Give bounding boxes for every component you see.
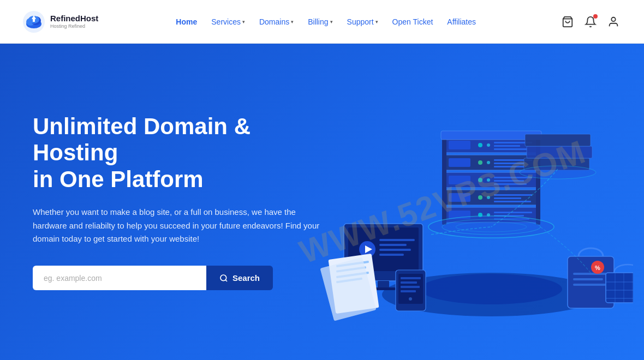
hero-description: Whether you want to make a blog site, or… — [33, 206, 322, 246]
server-svg: % — [306, 60, 633, 355]
svg-rect-90 — [573, 284, 606, 286]
nav-home[interactable]: Home — [170, 14, 202, 29]
main-nav: Home Services ▾ Domains ▾ Billing ▾ Supp… — [170, 14, 481, 29]
nav-billing[interactable]: Billing ▾ — [302, 14, 338, 29]
svg-rect-30 — [449, 176, 470, 184]
nav-affiliates[interactable]: Affiliates — [442, 14, 481, 29]
cart-icon — [562, 16, 574, 28]
search-icon — [219, 274, 228, 283]
svg-rect-64 — [525, 134, 591, 146]
nav-support[interactable]: Support ▾ — [342, 14, 384, 29]
svg-point-7 — [611, 17, 615, 21]
services-chevron-icon: ▾ — [242, 19, 245, 25]
nav-domains[interactable]: Domains ▾ — [254, 14, 299, 29]
svg-rect-26 — [494, 197, 521, 199]
svg-rect-105 — [401, 277, 421, 279]
svg-rect-89 — [573, 278, 603, 280]
svg-rect-17 — [494, 212, 532, 213]
logo-text: RefinedHost Hosting Refined — [50, 14, 98, 29]
svg-point-48 — [487, 143, 490, 147]
svg-point-8 — [220, 275, 226, 281]
svg-point-11 — [420, 274, 562, 304]
user-icon — [607, 16, 619, 28]
svg-rect-22 — [449, 193, 470, 202]
svg-rect-33 — [494, 177, 532, 178]
svg-rect-88 — [573, 273, 609, 275]
search-button[interactable]: Search — [206, 266, 273, 290]
svg-rect-73 — [379, 239, 415, 241]
hero-illustration: % — [306, 60, 633, 355]
svg-rect-42 — [494, 163, 526, 164]
svg-rect-25 — [494, 194, 532, 196]
svg-point-39 — [478, 160, 482, 165]
domain-search-input[interactable] — [33, 266, 206, 290]
header: RefinedHost Hosting Refined Home Service… — [0, 0, 644, 44]
domain-search-bar: Search — [33, 266, 273, 290]
svg-rect-34 — [494, 180, 524, 182]
svg-point-40 — [487, 161, 490, 164]
support-chevron-icon: ▾ — [375, 19, 378, 25]
hero-section: Unlimited Domain & Hostingin One Platfor… — [0, 44, 644, 360]
svg-rect-75 — [379, 249, 411, 251]
nav-services[interactable]: Services ▾ — [206, 14, 251, 29]
svg-rect-108 — [401, 290, 416, 292]
logo[interactable]: RefinedHost Hosting Refined — [22, 10, 98, 34]
svg-rect-77 — [378, 281, 389, 287]
nav-open-ticket[interactable]: Open Ticket — [387, 14, 439, 29]
cart-button[interactable] — [559, 13, 576, 31]
svg-rect-35 — [494, 183, 527, 185]
svg-rect-46 — [449, 141, 470, 149]
svg-rect-62 — [527, 146, 592, 158]
svg-rect-106 — [401, 281, 417, 284]
svg-point-47 — [478, 143, 482, 147]
svg-line-9 — [225, 280, 227, 281]
domains-chevron-icon: ▾ — [291, 19, 294, 25]
svg-text:%: % — [595, 265, 600, 271]
notification-badge — [593, 14, 598, 19]
svg-point-31 — [478, 178, 482, 182]
svg-rect-52 — [442, 137, 446, 225]
svg-point-23 — [478, 195, 482, 200]
logo-icon — [22, 10, 46, 34]
svg-rect-50 — [494, 145, 520, 147]
svg-rect-76 — [379, 254, 404, 256]
svg-point-109 — [409, 297, 412, 301]
notifications-button[interactable] — [582, 13, 599, 31]
hero-title: Unlimited Domain & Hostingin One Platfor… — [33, 113, 338, 193]
user-button[interactable] — [605, 13, 622, 31]
header-icons — [559, 13, 622, 31]
svg-rect-38 — [449, 158, 470, 167]
svg-rect-51 — [494, 148, 528, 150]
svg-rect-74 — [379, 244, 407, 246]
svg-point-32 — [487, 178, 490, 182]
svg-point-24 — [487, 196, 490, 199]
svg-rect-107 — [401, 286, 420, 288]
billing-chevron-icon: ▾ — [330, 19, 333, 25]
hero-content: Unlimited Domain & Hostingin One Platfor… — [33, 113, 338, 290]
